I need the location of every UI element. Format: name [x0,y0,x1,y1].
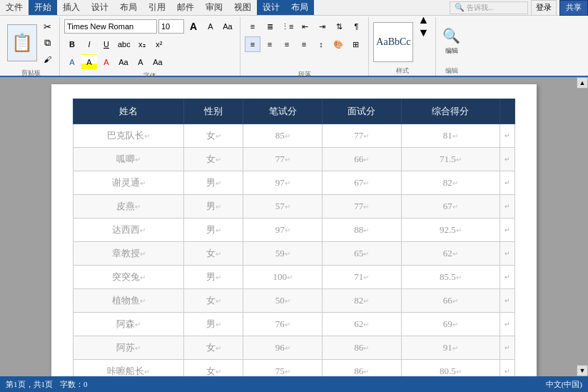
char-case-button[interactable]: Aa [150,54,166,70]
menu-design2[interactable]: 设计 [257,0,285,15]
font-color-button[interactable]: A [98,54,114,70]
header-name: 姓名 [74,99,184,124]
table-cell: 女↵ [184,336,243,360]
table-cell: 男↵ [184,171,243,195]
borders-button[interactable]: ⊞ [348,36,363,52]
menu-home[interactable]: 开始 [29,0,57,15]
font-group: A A Aa B I U abc x₂ x² A A A Aa A [60,17,240,76]
table-cell: 81↵ [401,124,500,148]
table-cell-extra: ↵ [500,148,515,171]
font-row1: A A Aa [64,19,235,34]
strikethrough-button[interactable]: abc [116,36,133,52]
table-cell-extra: ↵ [500,360,515,377]
show-marks-button[interactable]: ¶ [348,19,364,34]
cut-button[interactable]: ✂ [39,19,55,34]
table-cell-extra: ↵ [500,313,515,336]
table-cell: 章教授↵ [74,242,184,266]
bold-button[interactable]: B [64,36,80,52]
search-icon: 🔍 [455,3,465,12]
header-written: 笔试分 [243,99,323,124]
font-row2: B I U abc x₂ x² [64,36,167,52]
table-row: 植物鱼↵女↵50↵82↵66↵↵ [74,289,515,313]
menu-design[interactable]: 设计 [86,0,114,15]
table-cell: 67↵ [401,195,500,218]
find-button[interactable]: 🔍 [440,28,462,44]
table-header-row: 姓名 性别 笔试分 面试分 综合得分 [74,99,515,124]
char-border-button[interactable]: Aa [116,54,131,70]
bullets-button[interactable]: ≡ [245,19,260,34]
scroll-up-button[interactable]: ▲ [577,77,588,89]
word-count: 字数：0 [60,379,88,390]
numbering-button[interactable]: ≣ [262,19,278,34]
table-row: 呱唧↵女↵77↵66↵71.5↵↵ [74,148,515,171]
align-center-button[interactable]: ≡ [262,36,278,52]
table-cell: 85↵ [243,124,323,148]
styles-label: 样式 [373,65,431,76]
menu-file[interactable]: 文件 [0,0,29,15]
font-row3: A A A Aa A Aa [64,54,166,70]
table-cell: 77↵ [243,148,323,171]
increase-indent-button[interactable]: ⇥ [314,19,330,34]
copy-button[interactable]: ⧉ [39,35,55,51]
table-cell: 85.5↵ [401,266,500,289]
font-size-up-button[interactable]: A [186,19,201,34]
menu-bar: 文件 开始 插入 设计 布局 引用 邮件 审阅 视图 设计 布局 🔍 告诉我..… [0,0,588,16]
menu-mail[interactable]: 邮件 [171,0,200,15]
line-spacing-button[interactable]: ↕ [313,36,329,52]
table-cell: 71.5↵ [401,148,500,171]
decrease-indent-button[interactable]: ⇤ [297,19,313,34]
table-cell: 阿苏↵ [74,336,184,360]
subscript-button[interactable]: x₂ [134,36,150,52]
table-cell-extra: ↵ [500,266,515,289]
text-highlight-button[interactable]: A [81,54,97,70]
share-button[interactable]: 共享 [559,0,588,16]
table-cell-extra: ↵ [500,242,515,266]
format-painter-button[interactable]: 🖌 [39,51,55,67]
menu-references[interactable]: 引用 [143,0,171,15]
shading-button[interactable]: 🎨 [330,36,346,52]
menu-layout[interactable]: 布局 [114,0,143,15]
styles-expand-button[interactable]: ▲▼ [415,19,431,34]
paragraph-group: ≡ ≣ ⋮≡ ⇤ ⇥ ⇅ ¶ ≡ ≡ ≡ ≡ ↕ 🎨 ⊞ [240,17,369,76]
table-cell: 86↵ [322,336,401,360]
menu-layout2[interactable]: 布局 [285,0,314,15]
table-cell: 达西西↵ [74,218,184,242]
align-justify-button[interactable]: ≡ [296,36,312,52]
clear-format-button[interactable]: Aa [220,19,235,34]
font-size-down-button[interactable]: A [203,19,218,34]
header-total: 综合得分 [401,99,500,124]
login-button[interactable]: 登录 [531,0,557,16]
text-effect-button[interactable]: A [64,54,80,70]
table-cell: 皮燕↵ [74,195,184,218]
underline-button[interactable]: U [98,36,114,52]
scroll-down-button[interactable]: ▼ [577,365,588,376]
table-cell-extra: ↵ [500,171,515,195]
char-shading-button[interactable]: A [133,54,148,70]
italic-button[interactable]: I [81,36,97,52]
menu-insert[interactable]: 插入 [57,0,86,15]
align-left-button[interactable]: ≡ [245,36,260,52]
sort-button[interactable]: ⇅ [331,19,347,34]
para-row1: ≡ ≣ ⋮≡ ⇤ ⇥ ⇅ ¶ [245,19,364,34]
menu-review[interactable]: 审阅 [200,0,228,15]
document-page: 姓名 性别 笔试分 面试分 综合得分 巴克队长↵女↵85↵77↵81↵↵呱唧↵女… [51,84,537,376]
font-size-input[interactable] [158,19,184,34]
table-cell: 75↵ [243,360,323,377]
header-extra [500,99,515,124]
menu-view[interactable]: 视图 [228,0,257,15]
multilevel-list-button[interactable]: ⋮≡ [279,19,295,34]
table-cell: 阿森↵ [74,313,184,336]
superscript-button[interactable]: x² [151,36,167,52]
font-name-input[interactable] [64,19,157,34]
table-cell: 96↵ [243,336,323,360]
paragraph-body: ≡ ≣ ⋮≡ ⇤ ⇥ ⇅ ¶ ≡ ≡ ≡ ≡ ↕ 🎨 ⊞ [245,19,364,69]
table-cell: 97↵ [243,171,323,195]
styles-preview[interactable]: AaBbCc [373,22,413,62]
paste-button[interactable]: 📋 [7,24,37,61]
table-cell: 77↵ [322,124,401,148]
ribbon-content: 📋 ✂ ⧉ 🖌 剪贴板 A A Aa [0,16,588,76]
table-cell: 59↵ [243,242,323,266]
table-cell: 67↵ [322,171,401,195]
table-cell: 谢灵通↵ [74,171,184,195]
align-right-button[interactable]: ≡ [279,36,295,52]
